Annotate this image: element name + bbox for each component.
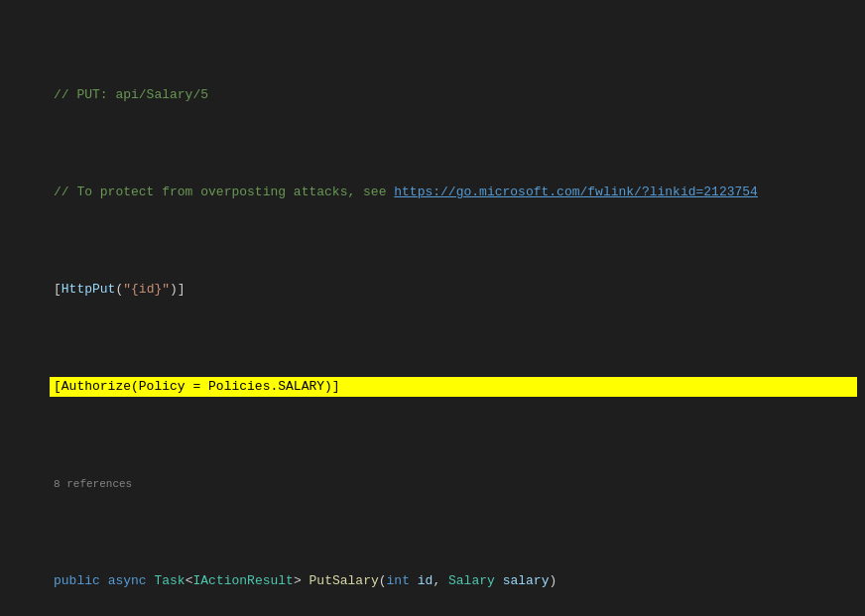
code-line: [HttpPut("{id}")] [0, 280, 865, 300]
code-line: 8 references [0, 474, 865, 494]
code-line: // To protect from overposting attacks, … [0, 183, 865, 202]
code-line: // PUT: api/Salary/5 [0, 85, 865, 105]
code-editor: // PUT: api/Salary/5 // To protect from … [0, 0, 865, 616]
code-line: public async Task<IActionResult> PutSala… [0, 571, 865, 591]
code-line-highlighted: [Authorize(Policy = Policies.SALARY)] [0, 377, 865, 397]
